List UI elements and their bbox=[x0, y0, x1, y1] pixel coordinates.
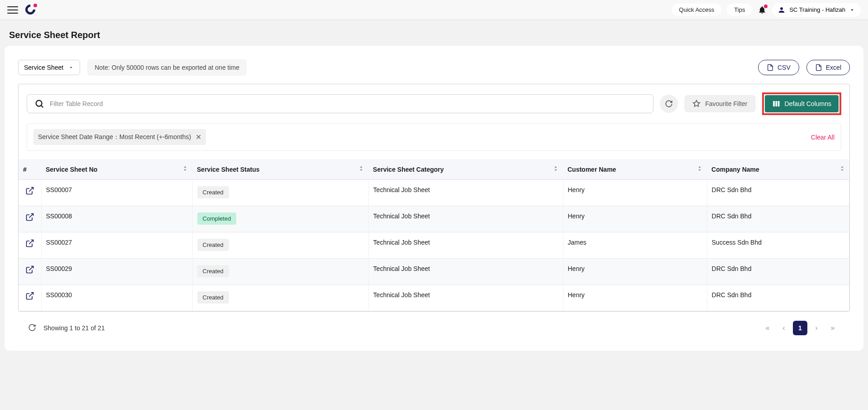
notifications-icon[interactable] bbox=[758, 5, 767, 14]
svg-rect-2 bbox=[775, 101, 777, 106]
open-row-icon[interactable] bbox=[25, 216, 34, 223]
sort-icon bbox=[697, 165, 702, 173]
excel-label: Excel bbox=[826, 64, 841, 71]
pagination-bar: Showing 1 to 21 of 21 « ‹ 1 › » bbox=[18, 312, 850, 337]
default-columns-label: Default Columns bbox=[785, 100, 832, 107]
col-company[interactable]: Company Name bbox=[707, 159, 849, 180]
cell-customer: Henry bbox=[563, 180, 707, 206]
cell-customer: Henry bbox=[563, 285, 707, 311]
topbar-right: Quick Access Tips SC Training - Hafizah bbox=[672, 3, 861, 17]
open-row-icon[interactable] bbox=[25, 294, 34, 302]
cell-category: Technical Job Sheet bbox=[368, 232, 563, 259]
table-row: SS00030CreatedTechnical Job SheetHenryDR… bbox=[19, 285, 849, 311]
cell-service-sheet-no: SS00027 bbox=[41, 232, 192, 259]
cell-company: DRC Sdn Bhd bbox=[707, 206, 849, 232]
table-row: SS00008CompletedTechnical Job SheetHenry… bbox=[19, 206, 849, 232]
col-customer[interactable]: Customer Name bbox=[563, 159, 707, 180]
hamburger-menu-icon[interactable] bbox=[7, 5, 18, 15]
app-logo[interactable] bbox=[25, 5, 36, 15]
col-status[interactable]: Service Sheet Status bbox=[192, 159, 368, 180]
user-menu-button[interactable]: SC Training - Hafizah bbox=[772, 3, 861, 17]
cell-company: Success Sdn Bhd bbox=[707, 232, 849, 259]
open-row-icon[interactable] bbox=[25, 268, 34, 275]
cell-service-sheet-no: SS00007 bbox=[41, 180, 192, 206]
user-label: SC Training - Hafizah bbox=[789, 6, 845, 13]
search-icon bbox=[34, 99, 44, 109]
tips-button[interactable]: Tips bbox=[727, 4, 752, 16]
status-badge: Created bbox=[197, 239, 229, 251]
cell-customer: Henry bbox=[563, 259, 707, 285]
pagination-info: Showing 1 to 21 of 21 bbox=[43, 324, 105, 332]
filter-chip-row: Service Sheet Date Range：Most Recent (+-… bbox=[27, 123, 841, 151]
cell-service-sheet-no: SS00030 bbox=[41, 285, 192, 311]
cell-category: Technical Job Sheet bbox=[368, 285, 563, 311]
topbar: Quick Access Tips SC Training - Hafizah bbox=[0, 0, 868, 20]
clear-all-link[interactable]: Clear All bbox=[811, 134, 835, 141]
refresh-icon bbox=[665, 100, 673, 108]
dropdown-label: Service Sheet bbox=[24, 64, 63, 71]
cell-service-sheet-no: SS00029 bbox=[41, 259, 192, 285]
user-icon bbox=[777, 6, 786, 14]
cell-category: Technical Job Sheet bbox=[368, 180, 563, 206]
cell-status: Created bbox=[192, 232, 368, 259]
filter-chip[interactable]: Service Sheet Date Range：Most Recent (+-… bbox=[33, 129, 206, 145]
cell-company: DRC Sdn Bhd bbox=[707, 180, 849, 206]
table-row: SS00027CreatedTechnical Job SheetJamesSu… bbox=[19, 232, 849, 259]
table-wrapper: Favourite Filter Default Columns Service… bbox=[18, 84, 850, 312]
cell-category: Technical Job Sheet bbox=[368, 206, 563, 232]
cell-status: Created bbox=[192, 285, 368, 311]
favourite-filter-button[interactable]: Favourite Filter bbox=[684, 95, 755, 112]
chip-close-icon[interactable]: ✕ bbox=[196, 133, 201, 141]
default-columns-button[interactable]: Default Columns bbox=[765, 95, 839, 112]
cell-status: Created bbox=[192, 259, 368, 285]
star-icon bbox=[692, 100, 701, 108]
status-badge: Created bbox=[197, 291, 229, 304]
filter-bar: Favourite Filter Default Columns bbox=[19, 84, 849, 123]
cell-company: DRC Sdn Bhd bbox=[707, 285, 849, 311]
status-badge: Completed bbox=[197, 212, 237, 225]
cell-customer: James bbox=[563, 232, 707, 259]
chevron-down-icon bbox=[68, 64, 74, 71]
page-title: Service Sheet Report bbox=[0, 20, 868, 46]
sort-icon bbox=[553, 165, 558, 173]
col-hash: # bbox=[19, 159, 41, 180]
search-wrapper bbox=[27, 94, 653, 113]
svg-rect-1 bbox=[773, 101, 775, 106]
sort-icon bbox=[182, 165, 188, 173]
columns-icon bbox=[772, 100, 780, 108]
cell-customer: Henry bbox=[563, 206, 707, 232]
export-csv-button[interactable]: CSV bbox=[758, 60, 799, 75]
data-table: # Service Sheet No Service Sheet Status … bbox=[19, 159, 849, 311]
page-first-icon[interactable]: « bbox=[760, 321, 775, 335]
cell-status: Completed bbox=[192, 206, 368, 232]
col-service-sheet-no[interactable]: Service Sheet No bbox=[41, 159, 192, 180]
page-prev-icon[interactable]: ‹ bbox=[777, 321, 791, 335]
quick-access-button[interactable]: Quick Access bbox=[672, 4, 721, 16]
table-row: SS00029CreatedTechnical Job SheetHenryDR… bbox=[19, 259, 849, 285]
refresh-filter-button[interactable] bbox=[660, 95, 678, 113]
pagination-controls: « ‹ 1 › » bbox=[760, 321, 840, 335]
cell-category: Technical Job Sheet bbox=[368, 259, 563, 285]
chip-text: Service Sheet Date Range：Most Recent (+-… bbox=[38, 133, 191, 141]
col-category[interactable]: Service Sheet Category bbox=[368, 159, 563, 180]
page-last-icon[interactable]: » bbox=[825, 321, 840, 335]
refresh-icon[interactable] bbox=[28, 323, 36, 333]
sort-icon bbox=[839, 165, 845, 173]
export-note: Note: Only 50000 rows can be exported at… bbox=[87, 59, 247, 76]
table-row: SS00007CreatedTechnical Job SheetHenryDR… bbox=[19, 180, 849, 206]
open-row-icon[interactable] bbox=[25, 189, 34, 197]
report-card: Service Sheet Note: Only 50000 rows can … bbox=[5, 46, 863, 351]
svg-point-0 bbox=[36, 101, 42, 106]
export-excel-button[interactable]: Excel bbox=[806, 60, 850, 75]
topbar-left bbox=[7, 5, 36, 15]
cell-status: Created bbox=[192, 180, 368, 206]
chevron-down-icon bbox=[849, 7, 855, 13]
open-row-icon[interactable] bbox=[25, 242, 34, 249]
page-current[interactable]: 1 bbox=[793, 321, 807, 335]
page-next-icon[interactable]: › bbox=[809, 321, 824, 335]
search-input[interactable] bbox=[50, 100, 646, 107]
default-columns-highlight: Default Columns bbox=[762, 92, 842, 115]
cell-service-sheet-no: SS00008 bbox=[41, 206, 192, 232]
status-badge: Created bbox=[197, 186, 229, 198]
service-sheet-dropdown[interactable]: Service Sheet bbox=[18, 60, 80, 75]
